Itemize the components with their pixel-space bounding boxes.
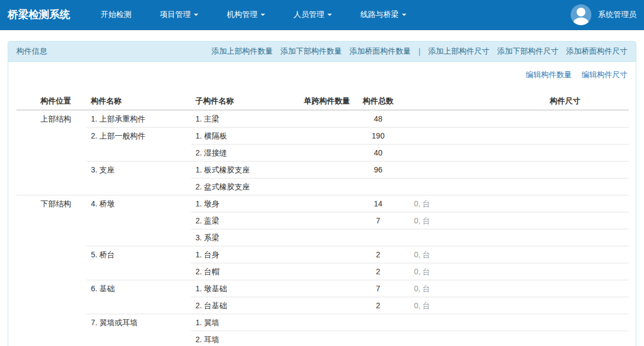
add-deck-component-size-link[interactable]: 添加桥面构件尺寸 [566,47,628,56]
cell-component-name: 5. 桥台 [87,246,191,280]
cell-component-size [502,145,629,162]
edit-links-row: 编辑构件数量 编辑构件尺寸 [16,70,628,81]
cell-per-span-count [296,195,358,212]
cell-subcomponent-name: 1. 墩身 [191,195,296,212]
cell-per-span-count [296,280,358,297]
cell-dim-count [399,110,502,128]
cell-component-size [502,128,629,145]
chevron-down-icon [327,14,332,16]
nav-item-label: 项目管理 [160,10,191,20]
component-table: 构件位置 构件名称 子构件名称 单跨构件数量 构件总数 构件尺寸 上部结构1. … [16,92,629,346]
component-table-body: 上部结构1. 上部承重构件1. 主梁482. 上部一般构件1. 横隔板1902.… [16,110,629,346]
cell-subcomponent-name: 2. 湿接缝 [191,145,296,162]
cell-subcomponent-name: 1. 横隔板 [191,128,296,145]
cell-component-position: 下部结构 [16,195,87,346]
cell-dim-count: 0, 台 [399,263,502,280]
cell-per-span-count [296,178,358,195]
cell-component-size [502,110,629,128]
cell-total-count: 7 [358,280,399,297]
cell-dim-count [399,314,502,331]
nav-item-personnel-management[interactable]: 人员管理 [285,0,341,30]
table-row: 下部结构4. 桥墩1. 墩身140, 台 [16,195,629,212]
edit-component-size-link[interactable]: 编辑构件尺寸 [582,70,628,79]
nav-item-project-management[interactable]: 项目管理 [151,0,207,30]
add-lower-component-quantity-link[interactable]: 添加下部构件数量 [280,47,342,56]
add-lower-component-size-link[interactable]: 添加下部构件尺寸 [497,47,559,56]
header-component-position: 构件位置 [16,92,87,110]
cell-dim-count [399,331,502,346]
cell-total-count [358,331,399,346]
cell-dim-count: 0, 台 [399,246,502,263]
cell-dim-count [399,229,502,246]
nav-item-organization-management[interactable]: 机构管理 [218,0,274,30]
cell-component-name: 3. 支座 [87,162,191,195]
chevron-down-icon [194,14,198,16]
main-menu: 开始检测 项目管理 机构管理 人员管理 线路与桥梁 [87,0,421,30]
cell-subcomponent-name: 2. 盖梁 [191,212,296,229]
app-brand[interactable]: 桥梁检测系统 [8,8,70,22]
nav-item-label: 人员管理 [294,10,324,20]
cell-component-size [502,229,629,246]
component-info-panel: 构件信息 添加上部构件数量 添加下部构件数量 添加桥面构件数量 | 添加上部构件… [8,41,636,346]
chevron-down-icon [261,14,265,16]
cell-dim-count [399,178,502,195]
table-row: 2. 上部一般构件1. 横隔板190 [16,128,629,145]
user-avatar[interactable] [571,4,591,25]
panel-heading-actions: 添加上部构件数量 添加下部构件数量 添加桥面构件数量 | 添加上部构件尺寸 添加… [211,47,628,56]
table-row: 3. 支座1. 板式橡胶支座96 [16,162,629,178]
cell-subcomponent-name: 3. 系梁 [191,229,296,246]
add-upper-component-size-link[interactable]: 添加上部构件尺寸 [428,47,490,56]
cell-per-span-count [296,128,358,145]
cell-subcomponent-name: 1. 翼墙 [191,314,296,331]
cell-per-span-count [296,297,358,314]
cell-per-span-count [296,212,358,229]
cell-subcomponent-name: 2. 耳墙 [191,331,296,346]
chevron-down-icon [402,14,406,16]
header-component-size: 构件尺寸 [502,92,629,110]
header-per-span-count: 单跨构件数量 [296,92,358,110]
edit-component-quantity-link[interactable]: 编辑构件数量 [526,70,572,79]
nav-item-routes-and-bridges[interactable]: 线路与桥梁 [352,0,415,30]
add-upper-component-quantity-link[interactable]: 添加上部构件数量 [211,47,273,56]
cell-total-count: 14 [358,195,399,212]
cell-per-span-count [296,110,358,128]
panel-body: 编辑构件数量 编辑构件尺寸 构件位置 构件名称 子构件名称 单跨构件数量 构件总… [8,62,636,346]
top-navbar: 桥梁检测系统 开始检测 项目管理 机构管理 人员管理 线路与桥梁 系统管理员 [0,0,644,30]
cell-component-name: 1. 上部承重构件 [87,110,191,128]
cell-total-count: 48 [358,110,399,128]
cell-dim-count [399,145,502,162]
cell-component-size [502,162,629,178]
cell-total-count: 7 [358,212,399,229]
cell-per-span-count [296,246,358,263]
cell-total-count: 190 [358,128,399,145]
cell-component-size [502,195,629,212]
cell-component-size [502,280,629,297]
table-row: 6. 基础1. 墩基础70, 台 [16,280,629,297]
cell-component-size [502,297,629,314]
nav-item-label: 线路与桥梁 [360,10,399,20]
cell-subcomponent-name: 2. 台帽 [191,263,296,280]
nav-item-label: 开始检测 [101,10,131,20]
cell-total-count [358,178,399,195]
cell-component-name: 4. 桥墩 [87,195,191,246]
nav-item-label: 机构管理 [227,10,257,20]
cell-subcomponent-name: 1. 主梁 [191,110,296,128]
cell-component-size [502,178,629,195]
panel-heading: 构件信息 添加上部构件数量 添加下部构件数量 添加桥面构件数量 | 添加上部构件… [8,42,636,62]
cell-per-span-count [296,229,358,246]
cell-dim-count: 0, 台 [399,195,502,212]
cell-per-span-count [296,331,358,346]
header-component-name: 构件名称 [87,92,191,110]
cell-subcomponent-name: 2. 盆式橡胶支座 [191,178,296,195]
cell-component-size [502,212,629,229]
cell-total-count: 2 [358,263,399,280]
cell-component-position: 上部结构 [16,110,87,195]
cell-dim-count [399,162,502,178]
current-user-name[interactable]: 系统管理员 [598,10,636,20]
cell-component-size [502,263,629,280]
nav-item-start-inspection[interactable]: 开始检测 [92,0,140,30]
cell-subcomponent-name: 1. 板式橡胶支座 [191,162,296,178]
actions-divider: | [418,47,421,56]
cell-component-size [502,246,629,263]
add-deck-component-quantity-link[interactable]: 添加桥面构件数量 [349,47,411,56]
